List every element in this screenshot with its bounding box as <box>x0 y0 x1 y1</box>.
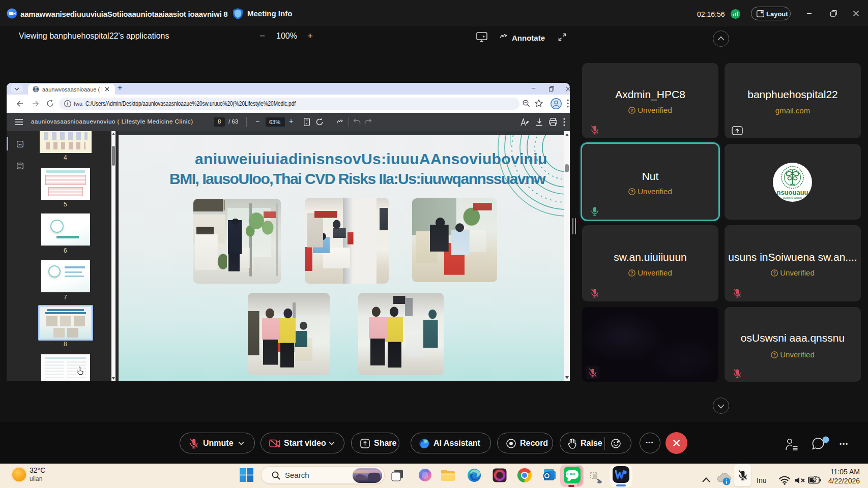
svg-text:?: ? <box>773 352 776 357</box>
svg-text:?: ? <box>630 108 633 113</box>
svg-text:?: ? <box>773 270 776 276</box>
svg-text:?: ? <box>630 270 633 276</box>
svg-text:?: ? <box>630 189 633 194</box>
